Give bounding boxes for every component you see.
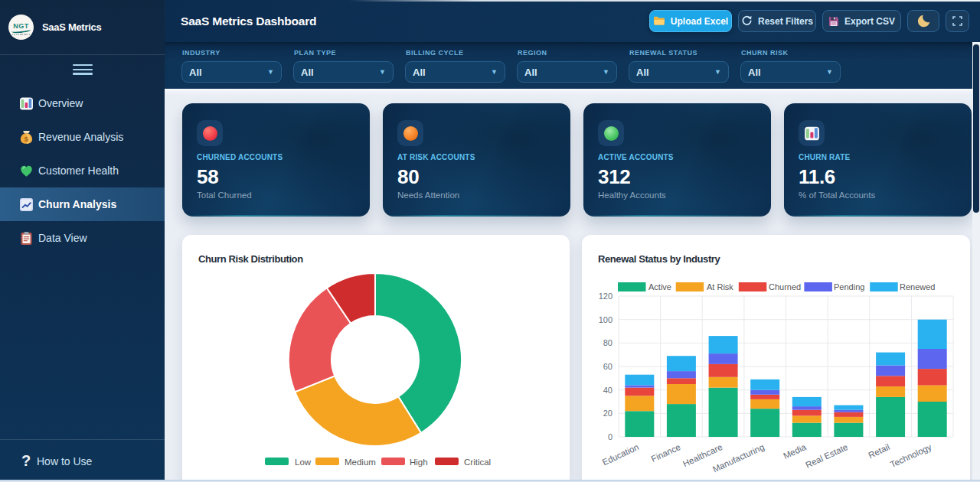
- svg-text:High: High: [410, 458, 428, 467]
- svg-text:At Risk: At Risk: [707, 282, 733, 291]
- svg-text:Finance: Finance: [650, 442, 682, 464]
- svg-text:100: 100: [599, 315, 612, 324]
- svg-text:40: 40: [603, 386, 612, 395]
- svg-text:Critical: Critical: [464, 458, 491, 467]
- svg-text:Media: Media: [782, 442, 808, 461]
- svg-text:20: 20: [603, 409, 612, 418]
- svg-text:120: 120: [599, 291, 612, 301]
- svg-text:80: 80: [603, 338, 612, 347]
- svg-text:0: 0: [608, 432, 612, 441]
- svg-text:Renewed: Renewed: [900, 282, 935, 291]
- svg-text:$: $: [24, 134, 29, 142]
- svg-text:Retail: Retail: [867, 442, 891, 460]
- svg-text:Medium: Medium: [345, 458, 376, 467]
- svg-text:Low: Low: [295, 458, 312, 467]
- svg-text:Education: Education: [601, 442, 640, 467]
- svg-text:Churned: Churned: [769, 282, 801, 291]
- svg-text:60: 60: [603, 362, 612, 371]
- svg-text:Technology: Technology: [889, 442, 933, 470]
- svg-text:Active: Active: [648, 282, 671, 291]
- svg-text:Pending: Pending: [834, 282, 864, 291]
- svg-text:Real Estate: Real Estate: [804, 442, 849, 470]
